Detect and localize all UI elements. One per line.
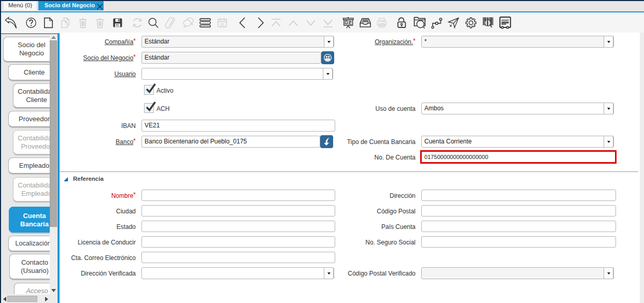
svg-text:31: 31	[220, 22, 225, 27]
